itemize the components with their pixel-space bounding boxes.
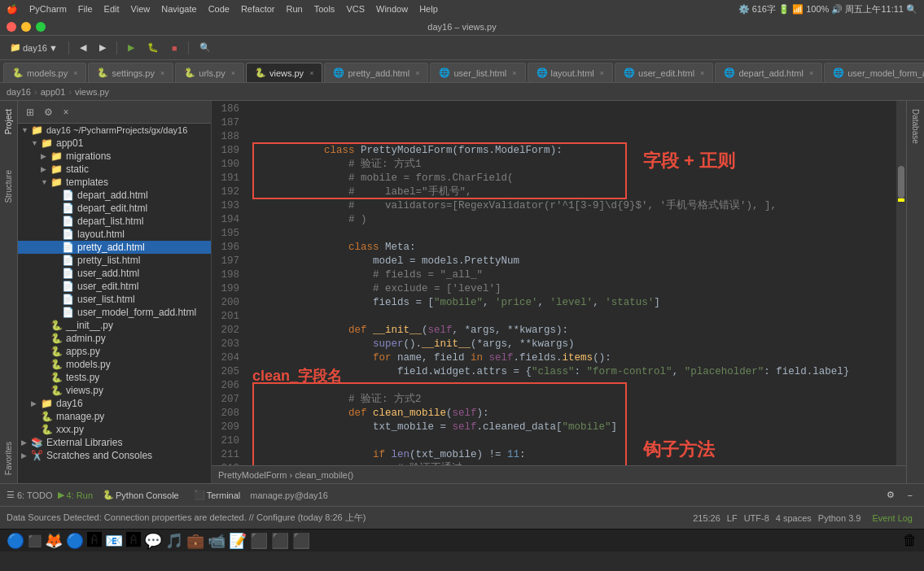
event-log-btn[interactable]: Event Log (867, 509, 917, 527)
dock-icon-misc3[interactable]: ⬛ (292, 532, 310, 550)
tab-user-edit[interactable]: 🌐user_edit.html× (615, 63, 713, 82)
todo-button[interactable]: ☰6: TODO (7, 490, 53, 500)
tab-structure[interactable]: Structure (2, 165, 15, 208)
dock-icon-misc1[interactable]: ⬛ (250, 532, 268, 550)
tree-depart-edit-html[interactable]: 📄 depart_edit.html (18, 202, 211, 215)
tree-scratches[interactable]: ▶ ✂️ Scratches and Consoles (18, 449, 211, 462)
sidebar-close-btn[interactable]: × (59, 105, 73, 120)
toolbar-day16[interactable]: 📁day16▼ (5, 39, 63, 57)
run-settings-btn[interactable]: ⚙ (882, 486, 900, 504)
run-hide-btn[interactable]: − (903, 486, 917, 504)
menu-view[interactable]: View (131, 4, 151, 14)
breadcrumb-app01[interactable]: app01 (41, 87, 66, 97)
dock-icon-trash[interactable]: 🗑 (903, 532, 917, 549)
scrollbar-thumb[interactable] (898, 166, 904, 198)
dock-icon-zoom[interactable]: 📹 (208, 532, 226, 550)
tab-pretty-add[interactable]: 🌐pretty_add.html× (324, 63, 428, 82)
tab-user-model[interactable]: 🌐user_model_form_ac× (824, 63, 924, 82)
tree-models-py[interactable]: 🐍 models.py (18, 358, 211, 371)
tree-init-py[interactable]: 🐍 __init__.py (18, 319, 211, 332)
menu-vcs[interactable]: VCS (346, 4, 365, 14)
dock-icon-wechat[interactable]: 💬 (144, 532, 162, 550)
tree-app01[interactable]: ▼ 📁 app01 (18, 137, 211, 150)
toolbar-run[interactable]: ▶ (123, 39, 139, 57)
menu-code[interactable]: Code (208, 4, 230, 14)
tab-depart-add[interactable]: 🌐depart_add.html× (715, 63, 822, 82)
terminal-button[interactable]: ⬛Terminal (189, 486, 246, 504)
apple-menu[interactable]: 🍎 (7, 4, 18, 15)
dock-icon-slack[interactable]: 💼 (186, 532, 204, 550)
menu-refactor[interactable]: Refactor (241, 4, 275, 14)
maximize-button[interactable] (36, 22, 46, 32)
tree-depart-add-html[interactable]: 📄 depart_add.html (18, 189, 211, 202)
tree-tests-py[interactable]: 🐍 tests.py (18, 371, 211, 384)
run-button[interactable]: ▶4: Run (58, 490, 93, 500)
tree-user-model-form[interactable]: 📄 user_model_form_add.html (18, 306, 211, 319)
menu-pycharm[interactable]: PyCharm (29, 4, 67, 14)
tree-day16-root[interactable]: ▼ 📁 day16 ~/PycharmProjects/gx/day16 (18, 124, 211, 137)
minimize-button[interactable] (21, 22, 31, 32)
tree-apps-py[interactable]: 🐍 apps.py (18, 345, 211, 358)
menu-edit[interactable]: Edit (104, 4, 120, 14)
code-editor[interactable]: 186 187 188 189 190 191 192 193 194 195 … (212, 101, 906, 465)
tree-layout-html[interactable]: 📄 layout.html (18, 228, 211, 241)
tree-pretty-add-html[interactable]: 📄 pretty_add.html (18, 241, 211, 254)
sidebar-settings-btn[interactable]: ⚙ (41, 105, 55, 120)
tree-day16-sub[interactable]: ▶ 📁 day16 (18, 397, 211, 410)
dock-icon-pycharm[interactable]: ⬛ (28, 534, 42, 547)
menu-tools[interactable]: Tools (314, 4, 335, 14)
toolbar-back[interactable]: ◀ (75, 39, 91, 57)
toolbar-forward[interactable]: ▶ (94, 39, 111, 57)
toolbar-stop[interactable]: ■ (167, 39, 182, 57)
editor-scrollbar[interactable] (896, 101, 906, 465)
python-console-button[interactable]: 🐍Python Console (98, 486, 184, 504)
tree-migrations[interactable]: ▶ 📁 migrations (18, 150, 211, 163)
dock-icon-appstore[interactable]: 🅰 (126, 532, 141, 549)
dock-icon-word[interactable]: 📝 (229, 532, 247, 550)
dock-icon-finder[interactable]: 🔵 (7, 532, 24, 550)
dock-icon-chrome[interactable]: 🔵 (66, 532, 84, 550)
tab-user-list[interactable]: 🌐user_list.html× (430, 63, 525, 82)
dock-icon-terminal[interactable]: 🅰 (87, 532, 102, 549)
tab-layout[interactable]: 🌐layout.html× (528, 63, 613, 82)
tab-favorites[interactable]: Favorites (2, 437, 15, 480)
tree-external-libs[interactable]: ▶ 📚 External Libraries (18, 436, 211, 449)
tree-user-edit-html[interactable]: 📄 user_edit.html (18, 280, 211, 293)
dock-icon-misc2[interactable]: ⬛ (271, 532, 289, 550)
tree-templates[interactable]: ▼ 📁 templates (18, 176, 211, 189)
encoding[interactable]: UTF-8 (744, 513, 769, 523)
toolbar-debug[interactable]: 🐛 (142, 39, 164, 57)
tree-static[interactable]: ▶ 📁 static (18, 163, 211, 176)
tree-xxx-py[interactable]: 🐍 xxx.py (18, 423, 211, 436)
indent-info[interactable]: 4 spaces (776, 513, 812, 523)
breadcrumb-views[interactable]: views.py (75, 87, 109, 97)
tab-models-py[interactable]: 🐍models.py× (3, 63, 86, 82)
tree-manage-py[interactable]: 🐍 manage.py (18, 410, 211, 423)
tab-database[interactable]: Database (909, 104, 922, 149)
menu-run[interactable]: Run (287, 4, 303, 14)
tab-urls-py[interactable]: 🐍urls.py× (175, 63, 244, 82)
code-content[interactable]: class PrettyModelForm(forms.ModelForm): … (244, 101, 896, 465)
tree-admin-py[interactable]: 🐍 admin.py (18, 332, 211, 345)
toolbar-search[interactable]: 🔍 (195, 39, 216, 57)
dock-icon-music[interactable]: 🎵 (165, 532, 183, 550)
tree-user-list-html[interactable]: 📄 user_list.html (18, 293, 211, 306)
tab-views-py[interactable]: 🐍views.py× (246, 63, 322, 82)
tree-views-py[interactable]: 🐍 views.py (18, 384, 211, 397)
menu-file[interactable]: File (78, 4, 93, 14)
tree-pretty-list-html[interactable]: 📄 pretty_list.html (18, 254, 211, 267)
dock-icon-mail[interactable]: 📧 (105, 532, 123, 550)
breadcrumb-day16[interactable]: day16 (7, 87, 31, 97)
tab-project[interactable]: Project (2, 104, 15, 139)
menu-window[interactable]: Window (376, 4, 408, 14)
line-sep[interactable]: LF (727, 513, 738, 523)
sidebar-collapse-btn[interactable]: ⊞ (23, 105, 37, 120)
dock-icon-firefox[interactable]: 🦊 (45, 532, 63, 550)
tab-settings-py[interactable]: 🐍settings.py× (88, 63, 173, 82)
python-version[interactable]: Python 3.9 (818, 513, 861, 523)
menu-help[interactable]: Help (419, 4, 438, 14)
cursor-position[interactable]: 215:26 (693, 513, 720, 523)
tree-depart-list-html[interactable]: 📄 depart_list.html (18, 215, 211, 228)
close-button[interactable] (7, 22, 16, 32)
tree-user-add-html[interactable]: 📄 user_add.html (18, 267, 211, 280)
